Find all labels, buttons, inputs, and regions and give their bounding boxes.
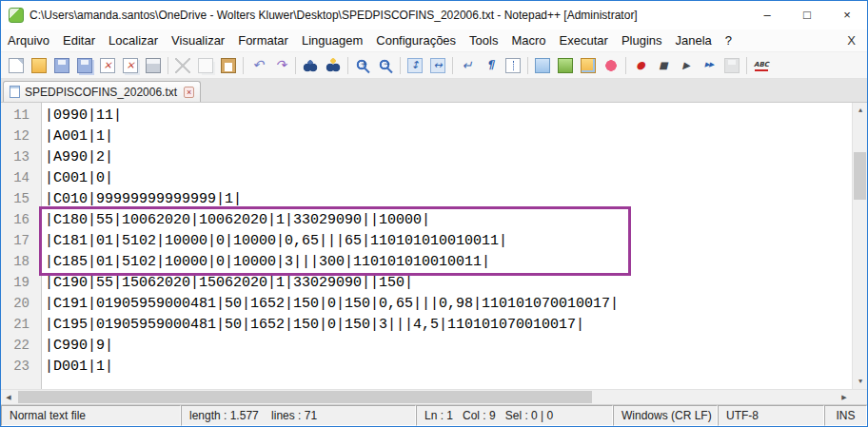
vertical-scrollbar[interactable]: ▲ ▼ bbox=[852, 103, 867, 389]
scroll-left-icon[interactable]: ◀ bbox=[1, 390, 16, 405]
close-all-icon[interactable] bbox=[120, 55, 141, 76]
scroll-right-icon[interactable]: ▶ bbox=[837, 390, 852, 405]
print-icon[interactable] bbox=[143, 55, 164, 76]
open-file-icon[interactable] bbox=[29, 55, 49, 76]
toolbar bbox=[1, 52, 867, 79]
line-number: 12 bbox=[1, 126, 33, 146]
horizontal-scroll-track[interactable] bbox=[16, 390, 837, 404]
line-text: |A990|2| bbox=[45, 149, 113, 165]
macro-run-multiple-icon[interactable] bbox=[699, 55, 720, 76]
tab-close-icon[interactable]: × bbox=[184, 87, 194, 98]
word-wrap-icon[interactable] bbox=[457, 55, 478, 76]
line-number: 17 bbox=[1, 230, 33, 251]
line-number: 13 bbox=[1, 146, 33, 167]
new-file-icon[interactable] bbox=[6, 55, 27, 76]
line-text: |A001|1| bbox=[45, 128, 113, 145]
line-text: |C181|01|5102|10000|0|10000|0,65|||65|11… bbox=[45, 233, 507, 249]
document-map-icon[interactable] bbox=[555, 55, 576, 76]
line-text: |0990|11| bbox=[45, 107, 122, 124]
scroll-down-icon[interactable]: ▼ bbox=[853, 374, 867, 389]
status-eol-format: Windows (CR LF) bbox=[613, 405, 718, 426]
text-line: 23|D001|1| bbox=[1, 356, 852, 377]
menu-executar[interactable]: Executar bbox=[553, 29, 615, 52]
user-defined-language-icon[interactable] bbox=[532, 55, 553, 76]
status-bar: Normal text file length : 1.577 lines : … bbox=[1, 404, 867, 426]
line-text: |C010|99999999999999|1| bbox=[45, 191, 242, 207]
toolbar-separator bbox=[168, 57, 168, 74]
menu-plugins[interactable]: Plugins bbox=[615, 29, 669, 52]
menu-macro[interactable]: Macro bbox=[504, 29, 552, 52]
horizontal-scroll-thumb[interactable] bbox=[18, 391, 592, 403]
line-text: |C001|0| bbox=[45, 170, 113, 186]
show-all-characters-icon[interactable] bbox=[480, 55, 501, 76]
scrollbar-corner bbox=[852, 390, 867, 405]
line-text: |D001|1| bbox=[45, 359, 113, 375]
text-line: 19|C190|55|15062020|15062020|1|33029090|… bbox=[1, 272, 852, 293]
line-number: 15 bbox=[1, 188, 33, 209]
macro-record-icon[interactable] bbox=[630, 55, 651, 76]
menu-configuracoes[interactable]: Configurações bbox=[369, 29, 463, 52]
tab-spedpiscofins[interactable]: SPEDPISCOFINS_202006.txt × bbox=[3, 81, 201, 102]
line-number: 19 bbox=[1, 272, 33, 293]
text-line: 12|A001|1| bbox=[1, 126, 852, 146]
close-button[interactable]: × bbox=[827, 1, 867, 29]
line-number: 11 bbox=[1, 105, 33, 126]
text-line: 16|C180|55|10062020|10062020|1|33029090|… bbox=[1, 209, 852, 230]
zoom-out-icon[interactable] bbox=[375, 55, 396, 76]
toolbar-separator bbox=[295, 57, 296, 74]
zoom-in-icon[interactable] bbox=[352, 55, 373, 76]
line-number: 22 bbox=[1, 335, 33, 356]
spell-check-icon[interactable] bbox=[751, 55, 772, 76]
line-number: 18 bbox=[1, 251, 33, 272]
line-number: 20 bbox=[1, 293, 33, 314]
cut-icon[interactable] bbox=[172, 55, 193, 76]
menu-help[interactable]: ? bbox=[719, 29, 739, 52]
save-all-icon[interactable] bbox=[74, 55, 95, 76]
line-number: 21 bbox=[1, 314, 33, 335]
menu-visualizar[interactable]: Visualizar bbox=[165, 29, 231, 52]
menu-janela[interactable]: Janela bbox=[669, 29, 719, 52]
menu-linguagem[interactable]: Linguagem bbox=[295, 29, 369, 52]
macro-play-icon[interactable] bbox=[676, 55, 697, 76]
monitoring-icon[interactable] bbox=[601, 55, 621, 76]
indent-guide-icon[interactable] bbox=[503, 55, 523, 76]
redo-icon[interactable] bbox=[270, 55, 291, 76]
maximize-button[interactable]: □ bbox=[787, 1, 827, 29]
menu-arquivo[interactable]: Arquivo bbox=[1, 29, 56, 52]
scroll-up-icon[interactable]: ▲ bbox=[853, 103, 867, 118]
paste-icon[interactable] bbox=[218, 55, 239, 76]
line-text: |C190|55|15062020|15062020|1|33029090||1… bbox=[45, 275, 413, 291]
text-line: 11|0990|11| bbox=[1, 105, 852, 126]
tab-bar: SPEDPISCOFINS_202006.txt × bbox=[1, 79, 867, 103]
line-text: |C191|01905959000481|50|1652|150|0|150|0… bbox=[45, 296, 619, 312]
copy-icon[interactable] bbox=[195, 55, 216, 76]
minimize-button[interactable]: – bbox=[747, 1, 787, 29]
menu-tools[interactable]: Tools bbox=[463, 29, 504, 52]
editor-area[interactable]: 11|0990|11| 12|A001|1| 13|A990|2| 14|C00… bbox=[1, 103, 867, 389]
menu-formatar[interactable]: Formatar bbox=[231, 29, 295, 52]
text-line: 22|C990|9| bbox=[1, 335, 852, 356]
vertical-scroll-thumb[interactable] bbox=[854, 152, 866, 200]
save-icon[interactable] bbox=[51, 55, 72, 76]
find-icon[interactable] bbox=[300, 55, 321, 76]
menu-localizar[interactable]: Localizar bbox=[102, 29, 165, 52]
title-bar[interactable]: C:\Users\amanda.santos\OneDrive - Wolter… bbox=[1, 1, 867, 29]
text-line: 14|C001|0| bbox=[1, 167, 852, 188]
line-text: |C180|55|10062020|10062020|1|33029090||1… bbox=[45, 212, 430, 228]
status-doc-type: Normal text file bbox=[1, 405, 181, 426]
replace-icon[interactable] bbox=[323, 55, 344, 76]
sync-vertical-icon[interactable] bbox=[404, 55, 425, 76]
folder-as-workspace-icon[interactable] bbox=[578, 55, 599, 76]
sync-horizontal-icon[interactable] bbox=[427, 55, 448, 76]
macro-save-icon[interactable] bbox=[721, 55, 742, 76]
menu-editar[interactable]: Editar bbox=[56, 29, 102, 52]
toolbar-separator bbox=[625, 57, 626, 74]
line-number: 14 bbox=[1, 167, 33, 188]
close-file-icon[interactable] bbox=[97, 55, 118, 76]
macro-stop-icon[interactable] bbox=[653, 55, 674, 76]
horizontal-scrollbar[interactable]: ◀ ▶ bbox=[1, 389, 867, 404]
status-insert-mode: INS bbox=[824, 405, 867, 426]
undo-icon[interactable] bbox=[247, 55, 268, 76]
window-controls: – □ × bbox=[747, 1, 867, 29]
menubar-close-icon[interactable]: X bbox=[836, 33, 867, 48]
